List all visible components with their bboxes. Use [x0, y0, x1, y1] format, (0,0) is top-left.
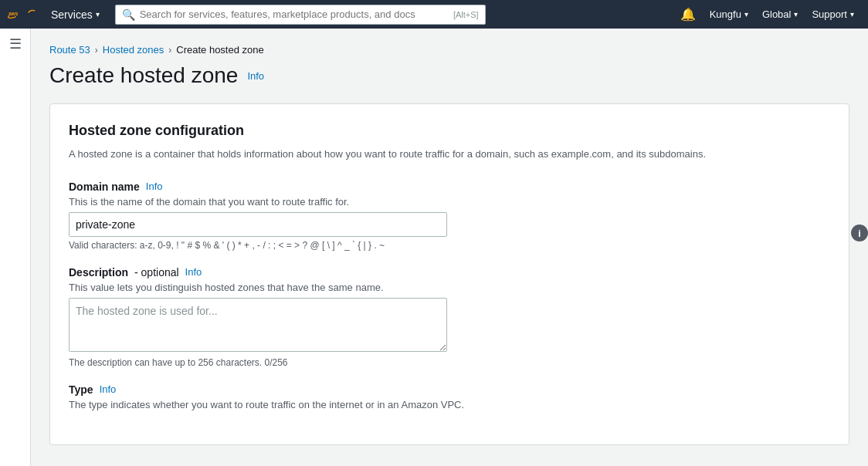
- domain-name-valid-chars: Valid characters: a-z, 0-9, ! " # $ % & …: [69, 240, 830, 251]
- domain-name-info-button[interactable]: Info: [146, 181, 163, 192]
- notifications-button[interactable]: 🔔: [674, 0, 702, 29]
- search-icon: 🔍: [122, 8, 135, 21]
- services-label: Services: [51, 8, 93, 21]
- page-info-link[interactable]: Info: [247, 70, 264, 82]
- card-description: A hosted zone is a container that holds …: [69, 147, 830, 162]
- nav-right-area: 🔔 Kungfu ▾ Global ▾ Support ▾: [674, 0, 860, 29]
- sidebar: ☰: [0, 29, 31, 466]
- aws-logo[interactable]: aws: [8, 5, 37, 24]
- search-bar: 🔍 [Alt+S]: [115, 5, 486, 25]
- description-label: Description: [69, 266, 128, 279]
- description-info-button[interactable]: Info: [185, 266, 202, 278]
- user-caret-icon: ▾: [744, 10, 748, 19]
- user-menu-button[interactable]: Kungfu ▾: [704, 0, 754, 29]
- breadcrumb-hosted-zones[interactable]: Hosted zones: [103, 44, 164, 56]
- page-wrapper: ☰ i Route 53 › Hosted zones › Create hos…: [0, 29, 868, 466]
- description-hint: This value lets you distinguish hosted z…: [69, 282, 830, 293]
- type-field: Type Info The type indicates whether you…: [69, 383, 830, 410]
- card-title: Hosted zone configuration: [69, 123, 830, 139]
- support-label: Support: [812, 8, 847, 20]
- domain-name-hint: This is the name of the domain that you …: [69, 196, 830, 208]
- type-label: Type: [69, 383, 93, 396]
- main-content: i Route 53 › Hosted zones › Create hoste…: [31, 29, 868, 466]
- description-label-row: Description - optional Info: [69, 266, 830, 279]
- description-textarea[interactable]: [69, 298, 447, 352]
- description-optional: - optional: [134, 266, 179, 279]
- description-counter: The description can have up to 256 chara…: [69, 357, 830, 368]
- support-caret-icon: ▾: [850, 10, 854, 19]
- page-title: Create hosted zone: [49, 63, 238, 88]
- hosted-zone-config-card: Hosted zone configuration A hosted zone …: [49, 103, 849, 445]
- search-input[interactable]: [140, 8, 449, 20]
- page-title-row: Create hosted zone Info: [31, 63, 868, 103]
- services-caret-icon: ▾: [96, 10, 100, 19]
- type-info-button[interactable]: Info: [100, 383, 117, 395]
- domain-name-label-row: Domain name Info: [69, 181, 830, 193]
- region-label: Global: [762, 8, 792, 20]
- bell-icon: 🔔: [680, 7, 696, 22]
- region-caret-icon: ▾: [794, 10, 798, 19]
- domain-name-label: Domain name: [69, 181, 140, 193]
- domain-name-input[interactable]: [69, 212, 447, 237]
- user-label: Kungfu: [710, 8, 741, 20]
- breadcrumb-separator-2: ›: [168, 45, 171, 56]
- search-shortcut: [Alt+S]: [453, 10, 479, 19]
- description-field: Description - optional Info This value l…: [69, 266, 830, 368]
- domain-name-field: Domain name Info This is the name of the…: [69, 181, 830, 251]
- top-navigation: aws Services ▾ 🔍 [Alt+S] 🔔 Kungfu ▾ Glob…: [0, 0, 868, 29]
- type-hint: The type indicates whether you want to r…: [69, 399, 830, 410]
- breadcrumb-current: Create hosted zone: [176, 44, 263, 56]
- svg-text:aws: aws: [8, 11, 18, 16]
- breadcrumb: Route 53 › Hosted zones › Create hosted …: [31, 29, 868, 63]
- hamburger-icon: ☰: [9, 35, 22, 52]
- type-label-row: Type Info: [69, 383, 830, 396]
- services-menu-button[interactable]: Services ▾: [43, 0, 107, 29]
- breadcrumb-route53[interactable]: Route 53: [49, 44, 90, 56]
- region-menu-button[interactable]: Global ▾: [756, 0, 805, 29]
- sidebar-toggle-button[interactable]: ☰: [0, 29, 31, 59]
- info-panel-toggle[interactable]: i: [851, 225, 868, 241]
- breadcrumb-separator-1: ›: [95, 45, 98, 56]
- support-menu-button[interactable]: Support ▾: [805, 0, 860, 29]
